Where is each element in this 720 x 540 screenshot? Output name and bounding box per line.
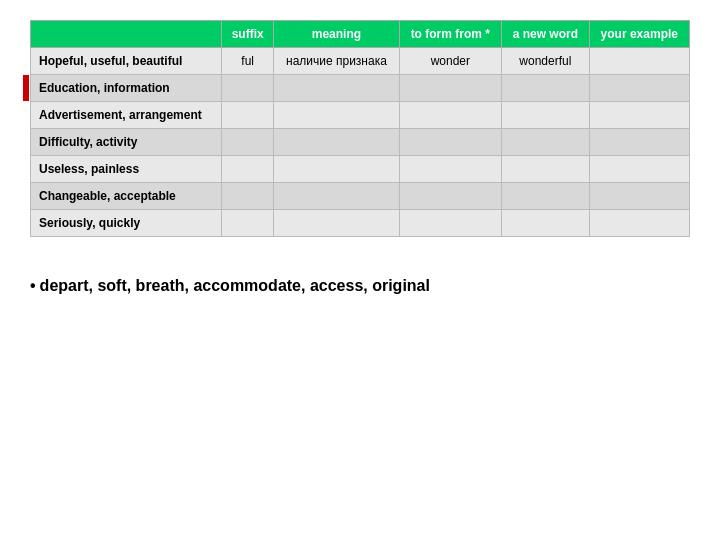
table-row: Advertisement, arrangement bbox=[31, 102, 690, 129]
cell-new-word bbox=[502, 129, 590, 156]
table-row: Education, information bbox=[31, 75, 690, 102]
cell-suffix bbox=[222, 210, 274, 237]
col-header-meaning: meaning bbox=[274, 21, 399, 48]
row-marker bbox=[23, 75, 29, 101]
cell-to-form: wonder bbox=[399, 48, 501, 75]
cell-words: Changeable, acceptable bbox=[31, 183, 222, 210]
cell-your-example bbox=[589, 210, 689, 237]
cell-suffix bbox=[222, 75, 274, 102]
cell-words: Hopeful, useful, beautiful bbox=[31, 48, 222, 75]
cell-to-form bbox=[399, 210, 501, 237]
table-row: Changeable, acceptable bbox=[31, 183, 690, 210]
cell-your-example bbox=[589, 75, 689, 102]
cell-to-form bbox=[399, 183, 501, 210]
cell-words: Education, information bbox=[31, 75, 222, 102]
cell-meaning: наличие признака bbox=[274, 48, 399, 75]
cell-your-example bbox=[589, 183, 689, 210]
bullet-word-list: depart, soft, breath, accommodate, acces… bbox=[30, 277, 690, 295]
cell-meaning bbox=[274, 210, 399, 237]
cell-suffix bbox=[222, 102, 274, 129]
col-header-to-form: to form from * bbox=[399, 21, 501, 48]
cell-suffix bbox=[222, 156, 274, 183]
cell-words: Advertisement, arrangement bbox=[31, 102, 222, 129]
cell-meaning bbox=[274, 75, 399, 102]
col-header-suffix: suffix bbox=[222, 21, 274, 48]
table-row: Hopeful, useful, beautifulfulналичие при… bbox=[31, 48, 690, 75]
cell-your-example bbox=[589, 156, 689, 183]
cell-to-form bbox=[399, 156, 501, 183]
cell-new-word bbox=[502, 156, 590, 183]
table-header-row: suffix meaning to form from * a new word… bbox=[31, 21, 690, 48]
cell-words: Seriously, quickly bbox=[31, 210, 222, 237]
cell-to-form bbox=[399, 129, 501, 156]
cell-to-form bbox=[399, 75, 501, 102]
cell-suffix: ful bbox=[222, 48, 274, 75]
cell-meaning bbox=[274, 156, 399, 183]
cell-words: Difficulty, activity bbox=[31, 129, 222, 156]
table-row: Seriously, quickly bbox=[31, 210, 690, 237]
cell-new-word bbox=[502, 102, 590, 129]
table-container: suffix meaning to form from * a new word… bbox=[30, 20, 690, 237]
cell-your-example bbox=[589, 129, 689, 156]
cell-your-example bbox=[589, 102, 689, 129]
cell-new-word bbox=[502, 75, 590, 102]
cell-suffix bbox=[222, 183, 274, 210]
cell-new-word: wonderful bbox=[502, 48, 590, 75]
cell-your-example bbox=[589, 48, 689, 75]
col-header-new-word: a new word bbox=[502, 21, 590, 48]
cell-meaning bbox=[274, 102, 399, 129]
cell-meaning bbox=[274, 129, 399, 156]
main-table: suffix meaning to form from * a new word… bbox=[30, 20, 690, 237]
table-row: Useless, painless bbox=[31, 156, 690, 183]
col-header-words bbox=[31, 21, 222, 48]
cell-words: Useless, painless bbox=[31, 156, 222, 183]
cell-new-word bbox=[502, 210, 590, 237]
cell-suffix bbox=[222, 129, 274, 156]
col-header-your-example: your example bbox=[589, 21, 689, 48]
cell-new-word bbox=[502, 183, 590, 210]
table-row: Difficulty, activity bbox=[31, 129, 690, 156]
cell-meaning bbox=[274, 183, 399, 210]
cell-to-form bbox=[399, 102, 501, 129]
